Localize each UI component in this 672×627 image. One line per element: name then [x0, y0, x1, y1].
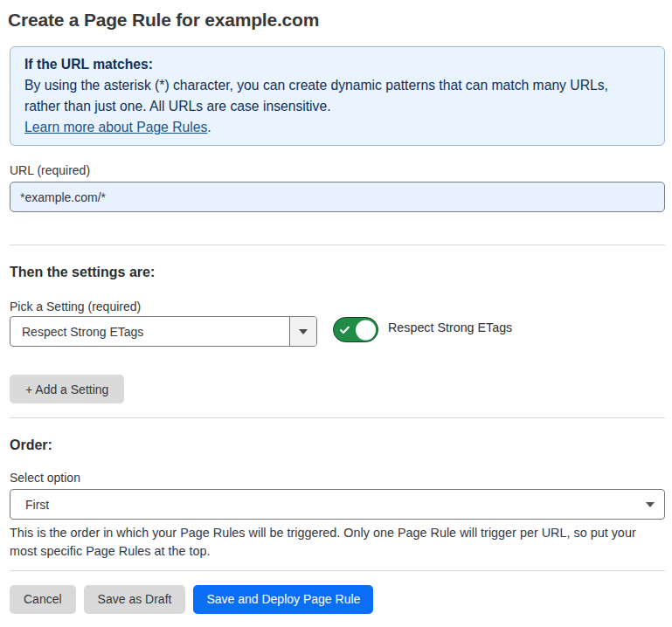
- dropdown-arrow-icon: [299, 329, 308, 334]
- info-box-body-line2: rather than just one. All URLs are case …: [24, 96, 650, 117]
- setting-row: Respect Strong ETags Respect Strong ETag…: [10, 316, 665, 347]
- action-buttons: Cancel Save as Draft Save and Deploy Pag…: [10, 585, 665, 614]
- etags-toggle[interactable]: [333, 317, 378, 342]
- url-field-label: URL (required): [10, 163, 665, 178]
- select-option-label: Select option: [10, 471, 665, 486]
- page-rule-form: Create a Page Rule for example.com If th…: [10, 9, 665, 614]
- divider-url-settings: [10, 245, 665, 245]
- add-setting-button[interactable]: + Add a Setting: [10, 375, 124, 403]
- url-match-info-box: If the URL matches: By using the asteris…: [10, 46, 665, 146]
- order-select-value: First: [25, 498, 49, 512]
- setting-dropdown-value: Respect Strong ETags: [10, 317, 289, 346]
- pick-setting-label: Pick a Setting (required): [10, 300, 665, 314]
- divider-settings-order: [10, 417, 665, 418]
- order-help-text: This is the order in which your Page Rul…: [10, 524, 665, 561]
- page-title: Create a Page Rule for example.com: [8, 9, 665, 31]
- order-select[interactable]: First: [10, 489, 665, 520]
- order-select-chevron-icon: [646, 502, 655, 507]
- order-help-line1: This is the order in which your Page Rul…: [10, 524, 665, 542]
- info-box-heading: If the URL matches:: [24, 54, 650, 75]
- link-period: .: [207, 120, 211, 134]
- toggle-label: Respect Strong ETags: [388, 320, 512, 334]
- toggle-check-icon: [340, 326, 350, 334]
- toggle-knob: [356, 320, 376, 340]
- setting-dropdown[interactable]: Respect Strong ETags: [10, 316, 317, 347]
- settings-section-heading: Then the settings are:: [10, 264, 665, 280]
- url-input[interactable]: [10, 182, 665, 212]
- order-help-line2: most specific Page Rules at the top.: [10, 542, 665, 561]
- save-draft-button[interactable]: Save as Draft: [84, 585, 186, 614]
- learn-more-link[interactable]: Learn more about Page Rules: [24, 120, 207, 134]
- divider-actions: [10, 570, 665, 571]
- setting-dropdown-arrow-button[interactable]: [289, 317, 316, 346]
- cancel-button[interactable]: Cancel: [10, 585, 76, 614]
- info-box-body-line1: By using the asterisk (*) character, you…: [24, 75, 650, 96]
- order-section-heading: Order:: [10, 437, 665, 453]
- save-deploy-button[interactable]: Save and Deploy Page Rule: [193, 585, 373, 614]
